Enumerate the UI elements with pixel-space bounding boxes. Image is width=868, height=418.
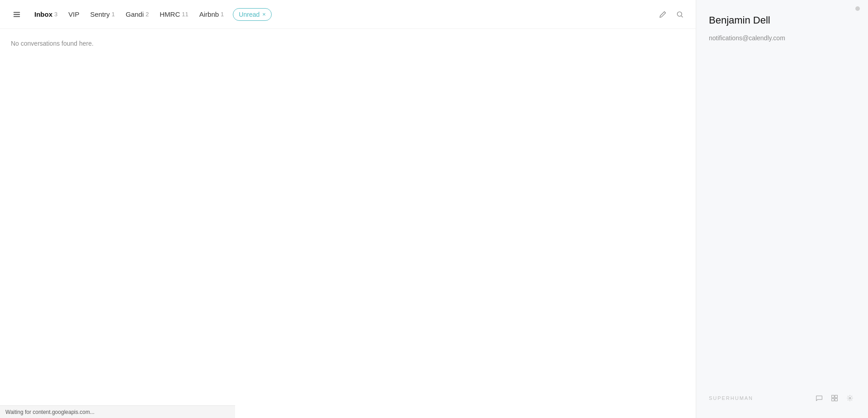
tab-sentry-label: Sentry: [90, 10, 109, 18]
tab-vip[interactable]: VIP: [64, 8, 84, 21]
contact-name: Benjamin Dell: [709, 14, 855, 26]
tab-hmrc[interactable]: HMRC 11: [155, 8, 193, 21]
tab-vip-label: VIP: [68, 10, 79, 18]
unread-filter-chip[interactable]: Unread ×: [233, 8, 272, 21]
right-panel-footer: SUPERHUMAN: [709, 385, 855, 404]
tab-airbnb-count: 1: [221, 11, 224, 18]
status-bar-text: Waiting for content.googleapis.com...: [5, 409, 94, 415]
unread-filter-close[interactable]: ×: [262, 11, 266, 17]
settings-icon-button[interactable]: [844, 393, 855, 404]
status-dot: [855, 6, 860, 11]
search-button[interactable]: [673, 8, 687, 21]
svg-rect-0: [14, 12, 20, 13]
contact-email: notifications@calendly.com: [709, 34, 855, 42]
svg-point-3: [677, 12, 682, 16]
svg-rect-2: [14, 16, 20, 17]
tab-gandi-label: Gandi: [126, 10, 144, 18]
tab-airbnb[interactable]: Airbnb 1: [195, 8, 229, 21]
menu-icon[interactable]: [9, 7, 24, 22]
svg-rect-1: [14, 14, 20, 15]
tab-gandi[interactable]: Gandi 2: [121, 8, 153, 21]
chat-icon-button[interactable]: [814, 393, 825, 404]
tab-bar: Inbox 3 VIP Sentry 1 Gandi 2 HMRC 11: [0, 0, 696, 29]
grid-icon-button[interactable]: [829, 393, 840, 404]
app-container: Inbox 3 VIP Sentry 1 Gandi 2 HMRC 11: [0, 0, 868, 418]
compose-button[interactable]: [656, 8, 670, 21]
svg-rect-7: [832, 399, 835, 401]
tab-sentry-count: 1: [112, 11, 115, 18]
tab-inbox-label: Inbox: [34, 10, 52, 18]
tab-sentry[interactable]: Sentry 1: [85, 8, 119, 21]
empty-state-text: No conversations found here.: [11, 40, 94, 47]
tab-hmrc-count: 11: [182, 11, 188, 18]
tab-gandi-count: 2: [146, 11, 149, 18]
svg-line-4: [681, 16, 683, 17]
unread-filter-label: Unread: [239, 11, 259, 18]
tab-hmrc-label: HMRC: [160, 10, 180, 18]
main-panel: Inbox 3 VIP Sentry 1 Gandi 2 HMRC 11: [0, 0, 696, 418]
status-bar: Waiting for content.googleapis.com...: [0, 405, 235, 418]
svg-rect-5: [832, 395, 835, 398]
empty-state: No conversations found here.: [0, 29, 696, 418]
tab-inbox-count: 3: [54, 11, 57, 18]
right-panel: Benjamin Dell notifications@calendly.com…: [696, 0, 868, 418]
tab-airbnb-label: Airbnb: [199, 10, 219, 18]
tab-inbox[interactable]: Inbox 3: [30, 8, 62, 21]
svg-rect-6: [835, 395, 838, 398]
svg-point-9: [849, 397, 851, 399]
svg-rect-8: [835, 399, 838, 401]
tab-bar-actions: [656, 8, 687, 21]
superhuman-logo: SUPERHUMAN: [709, 395, 753, 401]
footer-icons: [814, 393, 855, 404]
